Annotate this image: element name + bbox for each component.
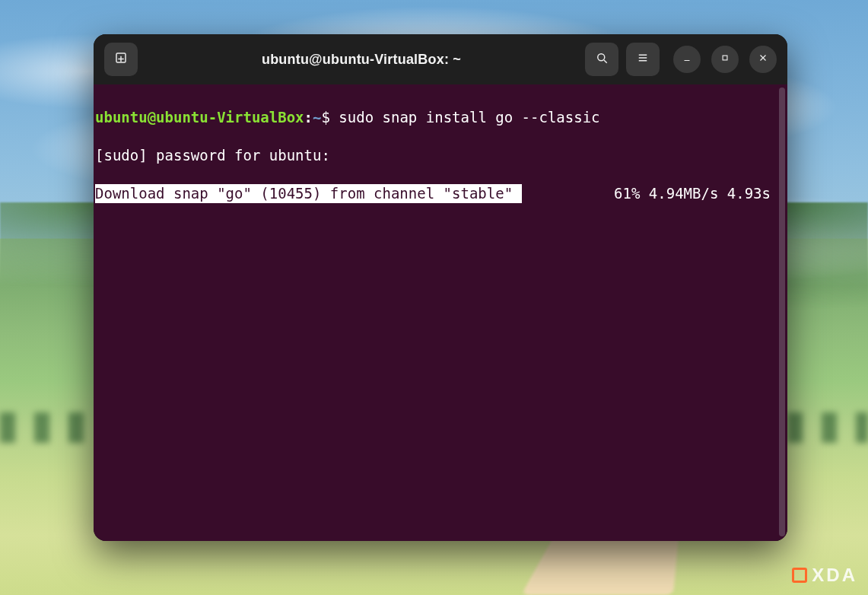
command-text: sudo snap install go --classic	[339, 109, 599, 126]
svg-line-4	[604, 60, 607, 63]
close-icon	[758, 52, 768, 66]
prompt-symbol: $	[321, 108, 329, 127]
menu-button[interactable]	[626, 43, 660, 76]
titlebar[interactable]: ubuntu@ubuntu-VirtualBox: ~	[94, 34, 787, 84]
xda-logo-icon	[792, 568, 807, 583]
download-progress-text: Download snap "go" (10455) from channel …	[95, 184, 522, 203]
minimize-button[interactable]	[673, 46, 701, 73]
xda-text: XDA	[812, 565, 857, 586]
prompt-separator: :	[304, 108, 313, 127]
svg-point-3	[598, 54, 605, 61]
minimize-icon	[682, 52, 692, 66]
terminal-window: ubuntu@ubuntu-VirtualBox: ~	[94, 34, 787, 541]
prompt-user-host: ubuntu@ubuntu-VirtualBox	[95, 108, 304, 127]
download-percent: 61%	[614, 185, 640, 202]
scrollbar[interactable]	[779, 88, 785, 536]
search-icon	[595, 51, 609, 68]
window-title: ubuntu@ubuntu-VirtualBox: ~	[145, 52, 577, 68]
prompt-cwd: ~	[313, 108, 321, 127]
terminal-output: ubuntu@ubuntu-VirtualBox:~$ sudo snap in…	[95, 89, 784, 241]
download-speed: 4.94MB/s	[649, 185, 719, 202]
close-button[interactable]	[749, 46, 777, 73]
svg-rect-9	[723, 56, 727, 60]
terminal-body[interactable]: ubuntu@ubuntu-VirtualBox:~$ sudo snap in…	[94, 84, 787, 541]
entered-command: sudo snap install go --classic	[330, 108, 600, 127]
sudo-password-line: [sudo] password for ubuntu:	[95, 146, 330, 165]
search-button[interactable]	[585, 43, 618, 76]
maximize-icon	[720, 52, 730, 66]
download-stats: 61% 4.94MB/s 4.93s	[614, 184, 778, 203]
new-tab-button[interactable]	[104, 43, 138, 76]
hamburger-icon	[636, 51, 650, 68]
xda-watermark: XDA	[792, 565, 857, 586]
download-eta: 4.93s	[727, 185, 771, 202]
new-tab-icon	[114, 51, 128, 68]
maximize-button[interactable]	[711, 46, 739, 73]
